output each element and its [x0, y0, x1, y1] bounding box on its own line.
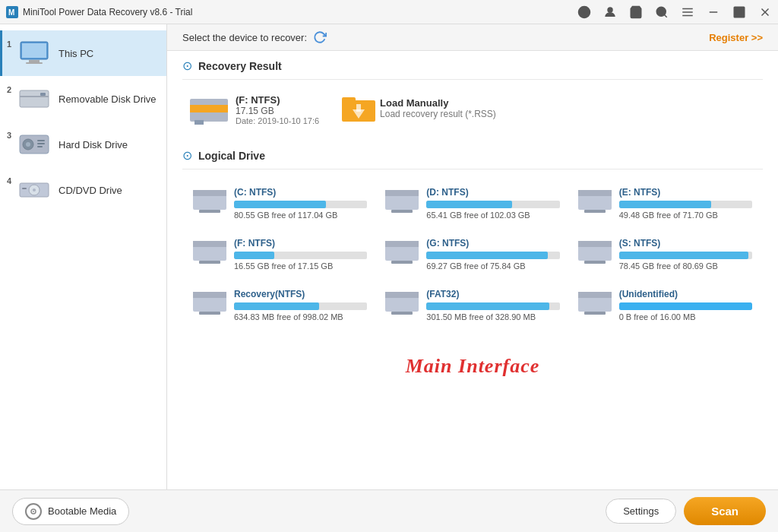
drive-space: 49.48 GB free of 71.70 GB	[619, 211, 752, 220]
cart-icon[interactable]	[629, 5, 643, 19]
drive-details: (C: NTFS) 80.55 GB free of 117.04 GB	[234, 187, 367, 220]
app-icon: M	[6, 6, 18, 18]
svg-rect-19	[26, 62, 43, 64]
small-drive-icon	[578, 289, 612, 313]
progress-bar-bg	[619, 252, 752, 259]
register-link[interactable]: Register >>	[709, 32, 763, 43]
drive-space: 65.41 GB free of 102.03 GB	[426, 211, 559, 220]
recovery-date: Date: 2019-10-10 17:6	[236, 116, 319, 125]
progress-bar-bg	[426, 302, 559, 310]
sidebar-item-hard-disk-label: Hard Disk Drive	[59, 139, 128, 150]
svg-rect-26	[37, 140, 45, 141]
drive-item[interactable]: Recovery(NTFS) 634.83 MB free of 998.02 …	[190, 286, 370, 325]
drive-name: (G: NTFS)	[426, 238, 559, 249]
scan-button[interactable]: Scan	[684, 497, 766, 525]
svg-point-31	[33, 188, 36, 192]
small-drive-icon	[193, 238, 226, 262]
svg-rect-45	[391, 210, 413, 213]
drive-item[interactable]: (FAT32) 301.50 MB free of 328.90 MB	[382, 286, 562, 325]
recovery-arrow-icon: ⊙	[182, 59, 192, 73]
drive-space: 301.50 MB free of 328.90 MB	[426, 312, 559, 321]
drive-details: Recovery(NTFS) 634.83 MB free of 998.02 …	[234, 289, 367, 321]
progress-bar-fill	[426, 252, 548, 259]
small-drive-icon	[385, 187, 419, 211]
bootable-media-label: Bootable Media	[48, 505, 116, 517]
svg-rect-47	[578, 190, 612, 196]
recovery-label: (F: NTFS)	[236, 94, 319, 106]
minimize-icon[interactable]	[707, 5, 720, 19]
drive-details: (Unidentified) 0 B free of 16.00 MB	[619, 289, 752, 321]
drive-item[interactable]: (Unidentified) 0 B free of 16.00 MB	[575, 286, 755, 325]
drive-space: 0 B free of 16.00 MB	[619, 312, 752, 321]
menu-icon[interactable]	[681, 5, 694, 19]
sidebar: 1 This PC 2 Remo	[0, 24, 167, 489]
content-topbar: Select the device to recover: Register >…	[167, 24, 778, 51]
svg-point-25	[26, 142, 30, 147]
small-drive-icon	[193, 187, 226, 211]
app-title: MiniTool Power Data Recovery v8.6 - Tria…	[23, 7, 192, 17]
settings-button[interactable]: Settings	[606, 499, 676, 524]
svg-rect-48	[584, 210, 606, 213]
sidebar-item-this-pc-label: This PC	[59, 48, 93, 59]
progress-bar-fill	[234, 252, 274, 259]
load-manually-item[interactable]: Load Manually Load recovery result (*.RS…	[342, 94, 496, 122]
load-manually-desc: Load recovery result (*.RSS)	[380, 109, 496, 119]
drive-item[interactable]: (D: NTFS) 65.41 GB free of 102.03 GB	[382, 184, 562, 223]
drive-name: (FAT32)	[426, 289, 559, 299]
drive-name: (S: NTFS)	[619, 238, 752, 249]
progress-bar-bg	[426, 201, 559, 208]
sidebar-item-cd-dvd[interactable]: 4 CD/DVD Drive	[0, 167, 166, 213]
svg-rect-59	[193, 292, 226, 298]
drive-details: (FAT32) 301.50 MB free of 328.90 MB	[426, 289, 559, 321]
drive-name: (C: NTFS)	[234, 187, 367, 198]
sidebar-item-this-pc[interactable]: 1 This PC	[0, 30, 166, 76]
progress-bar-bg	[234, 201, 367, 208]
svg-rect-62	[385, 292, 419, 298]
logical-drive-title: Logical Drive	[198, 150, 265, 162]
settings-label: Settings	[623, 505, 659, 517]
refresh-icon[interactable]	[313, 30, 327, 44]
drive-details: (S: NTFS) 78.45 GB free of 80.69 GB	[619, 238, 752, 271]
drive-name: (E: NTFS)	[619, 187, 752, 198]
svg-rect-35	[194, 120, 204, 125]
bootable-media-button[interactable]: Bootable Media	[12, 498, 129, 525]
sidebar-item-removable[interactable]: 2 Removable Disk Drive	[0, 76, 166, 122]
maximize-icon[interactable]	[732, 5, 746, 19]
info-icon[interactable]	[577, 5, 591, 19]
drive-item[interactable]: (F: NTFS) 16.55 GB free of 17.15 GB	[190, 235, 370, 274]
drive-item[interactable]: (E: NTFS) 49.48 GB free of 71.70 GB	[575, 184, 755, 223]
title-bar: M MiniTool Power Data Recovery v8.6 - Tr…	[0, 0, 778, 24]
svg-rect-44	[385, 190, 419, 196]
drive-space: 78.45 GB free of 80.69 GB	[619, 261, 752, 271]
device-select-label: Select the device to recover:	[182, 30, 327, 44]
svg-point-5	[608, 8, 612, 12]
svg-rect-28	[37, 146, 43, 147]
svg-rect-57	[584, 261, 606, 264]
close-icon[interactable]	[758, 5, 772, 19]
drive-details: (F: NTFS) 16.55 GB free of 17.15 GB	[234, 238, 367, 271]
logical-drive-section: ⊙ Logical Drive (C: NTFS) 80.55 GB free …	[167, 141, 778, 340]
recovery-result-title: Recovery Result	[198, 60, 282, 72]
drive-space: 634.83 MB free of 998.02 MB	[234, 312, 367, 321]
progress-bar-fill	[619, 201, 711, 208]
user-icon[interactable]	[603, 5, 617, 19]
load-manually-title: Load Manually	[380, 97, 496, 109]
sidebar-item-hard-disk[interactable]: 3 Hard Disk Drive	[0, 122, 166, 167]
recovery-item-f[interactable]: (F: NTFS) 17.15 GB Date: 2019-10-10 17:6	[190, 94, 319, 125]
svg-point-69	[33, 511, 34, 512]
svg-rect-51	[199, 261, 220, 264]
svg-rect-56	[578, 241, 612, 247]
svg-rect-66	[584, 312, 606, 315]
progress-bar-fill	[426, 302, 549, 310]
logical-arrow-icon: ⊙	[182, 148, 192, 163]
drive-item[interactable]: (G: NTFS) 69.27 GB free of 75.84 GB	[382, 235, 562, 274]
svg-rect-53	[385, 241, 419, 247]
folder-icon	[342, 94, 372, 122]
drive-item[interactable]: (C: NTFS) 80.55 GB free of 117.04 GB	[190, 184, 370, 223]
recovery-items: (F: NTFS) 17.15 GB Date: 2019-10-10 17:6	[182, 90, 763, 133]
main-container: 1 This PC 2 Remo	[0, 24, 778, 489]
drive-space: 16.55 GB free of 17.15 GB	[234, 261, 367, 271]
search-icon[interactable]	[655, 5, 669, 19]
sidebar-item-removable-label: Removable Disk Drive	[59, 93, 157, 105]
drive-item[interactable]: (S: NTFS) 78.45 GB free of 80.69 GB	[575, 235, 755, 274]
